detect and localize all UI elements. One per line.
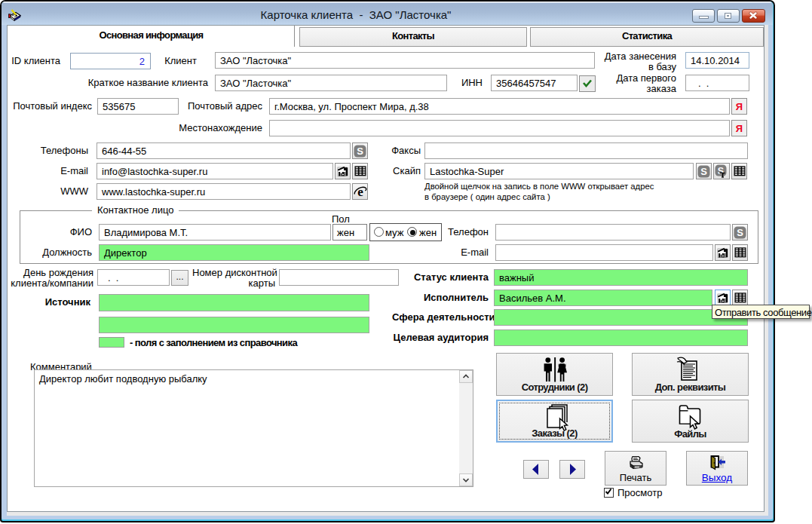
svg-text:S: S xyxy=(700,166,707,177)
svg-text:S: S xyxy=(737,227,743,238)
